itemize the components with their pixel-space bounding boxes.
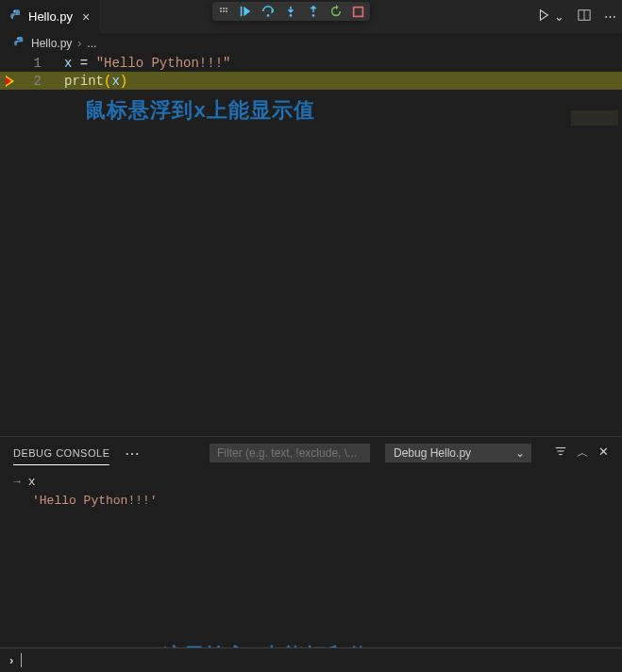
svg-point-3 <box>226 8 227 9</box>
breadcrumb[interactable]: Hello.py › ... <box>0 33 622 54</box>
svg-point-4 <box>220 10 222 12</box>
svg-rect-7 <box>241 7 243 17</box>
stop-button[interactable] <box>352 5 364 18</box>
repl-input[interactable]: › <box>0 647 622 672</box>
panel-actions: ︿ ✕ <box>554 445 609 462</box>
breakpoint-current-icon[interactable] <box>0 76 19 87</box>
svg-point-14 <box>17 38 18 39</box>
filter-options-button[interactable] <box>554 445 567 462</box>
line-number: 2 <box>19 74 47 89</box>
filter-input[interactable] <box>210 444 370 462</box>
svg-point-8 <box>267 14 270 17</box>
tab-filename: Hello.py <box>28 9 73 24</box>
svg-point-1 <box>220 8 222 9</box>
debug-session-select[interactable]: Debug Hello.py <box>385 444 531 462</box>
run-button[interactable] <box>537 8 550 25</box>
session-label: Debug Hello.py <box>394 446 471 460</box>
close-tab-icon[interactable]: × <box>82 9 90 25</box>
chevron-right-icon: › <box>9 653 13 667</box>
code-line-current[interactable]: 2 print(x) <box>0 72 622 90</box>
step-out-button[interactable] <box>307 5 320 18</box>
panel-header: DEBUG CONSOLE ⋯ Debug Hello.py ︿ ✕ <box>0 437 622 469</box>
svg-point-0 <box>14 10 15 11</box>
close-panel-button[interactable]: ✕ <box>598 445 609 462</box>
svg-point-9 <box>290 14 293 17</box>
collapse-button[interactable]: ︿ <box>577 445 589 462</box>
console-result: 'Hello Python!!!' <box>32 492 158 511</box>
panel-more-button[interactable]: ⋯ <box>125 445 140 462</box>
breadcrumb-more[interactable]: ... <box>87 37 96 50</box>
console-expression: x <box>28 473 36 492</box>
editor[interactable]: 1 x = "Hello Python!!!" 2 print(x) 鼠标悬浮到… <box>0 54 622 90</box>
tab-debug-console[interactable]: DEBUG CONSOLE <box>13 442 109 465</box>
breadcrumb-file[interactable]: Hello.py <box>31 37 72 50</box>
drag-handle-icon[interactable] <box>218 5 229 18</box>
console-input-line: → x <box>13 473 609 492</box>
continue-button[interactable] <box>239 5 252 18</box>
tab-bar: Hello.py × ⌄ ⋯ <box>0 0 622 33</box>
chevron-right-icon: › <box>77 37 81 50</box>
svg-point-6 <box>226 10 227 12</box>
svg-point-5 <box>223 10 225 12</box>
debug-toolbar[interactable] <box>212 2 370 21</box>
minimap[interactable] <box>571 110 618 126</box>
run-dropdown-icon[interactable]: ⌄ <box>554 9 564 24</box>
editor-actions: ⌄ ⋯ <box>537 0 616 33</box>
annotation-hover: 鼠标悬浮到x上能显示值 <box>85 96 315 125</box>
code-content[interactable]: print(x) <box>64 74 127 89</box>
console-output[interactable]: → x 'Hello Python!!!' <box>0 469 622 514</box>
split-editor-button[interactable] <box>578 8 591 25</box>
text-cursor <box>21 653 22 667</box>
more-actions-button[interactable]: ⋯ <box>604 9 616 24</box>
python-file-icon <box>13 36 25 51</box>
svg-point-2 <box>223 8 225 9</box>
input-arrow-icon: → <box>13 473 21 492</box>
svg-point-10 <box>312 14 315 17</box>
line-number: 1 <box>19 56 47 71</box>
editor-tab[interactable]: Hello.py × <box>0 0 99 33</box>
step-into-button[interactable] <box>284 5 297 18</box>
python-file-icon <box>9 8 23 25</box>
debug-panel: DEBUG CONSOLE ⋯ Debug Hello.py ︿ ✕ → x '… <box>0 436 622 672</box>
step-over-button[interactable] <box>261 5 275 18</box>
code-content[interactable]: x = "Hello Python!!!" <box>64 56 230 71</box>
console-result-line: 'Hello Python!!!' <box>13 492 609 511</box>
svg-rect-11 <box>354 7 363 16</box>
code-line[interactable]: 1 x = "Hello Python!!!" <box>0 54 622 72</box>
restart-button[interactable] <box>329 5 343 18</box>
